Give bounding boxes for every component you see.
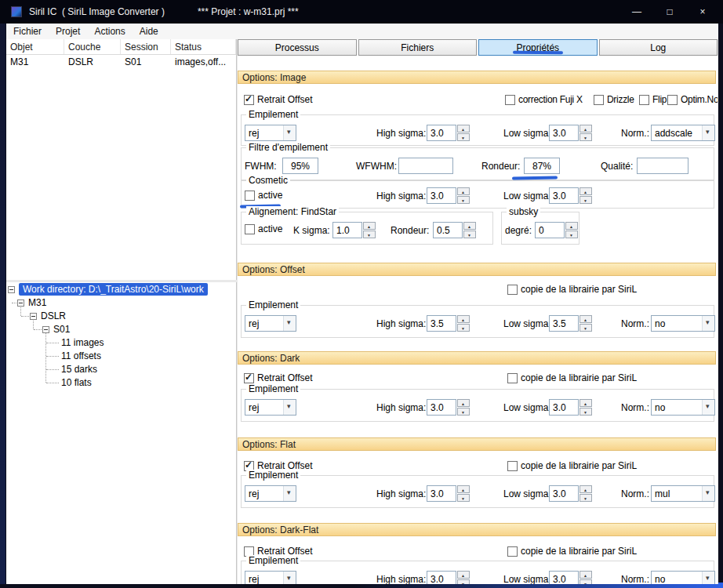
spinner-up-button[interactable]	[579, 125, 592, 132]
copie-librairie-checkbox[interactable]: copie de la librairie par SiriL	[507, 372, 637, 383]
spinner-down-button[interactable]	[457, 494, 470, 502]
tree-item-object[interactable]: M31	[17, 296, 46, 309]
align-active-checkbox[interactable]: active	[245, 223, 282, 234]
tree-item-darks[interactable]: 15 darks	[61, 363, 97, 376]
spinner-down-button[interactable]	[579, 408, 592, 416]
stack-method-select[interactable]: rej	[245, 485, 296, 502]
collapse-icon[interactable]	[42, 326, 49, 333]
spinner-up-button[interactable]	[463, 222, 476, 230]
col-objet[interactable]: Objet	[6, 39, 64, 54]
collapse-icon[interactable]	[17, 299, 24, 307]
low-sigma-spinner[interactable]: 3.5	[549, 315, 592, 332]
low-sigma-spinner[interactable]: 3.0	[549, 571, 592, 584]
rondeur-input[interactable]: 87%	[524, 158, 560, 174]
spinner-down-button[interactable]	[565, 230, 578, 238]
tree-item-images[interactable]: 11 images	[61, 336, 104, 349]
menu-projet[interactable]: Projet	[49, 26, 87, 37]
spinner-down-button[interactable]	[457, 324, 470, 332]
close-button[interactable]: ×	[686, 0, 719, 24]
minimize-button[interactable]: —	[620, 0, 653, 24]
spinner-down-button[interactable]	[457, 133, 470, 141]
norm-select[interactable]: no	[651, 315, 715, 332]
maximize-button[interactable]: □	[653, 0, 686, 24]
menu-fichier[interactable]: Fichier	[6, 26, 49, 37]
spinner-up-button[interactable]	[457, 399, 470, 407]
spinner-up-button[interactable]	[363, 222, 376, 230]
norm-select[interactable]: mul	[651, 485, 715, 502]
spinner-up-button[interactable]	[457, 571, 470, 579]
low-sigma-spinner[interactable]: 3.0	[549, 187, 592, 204]
spinner-up-button[interactable]	[457, 315, 470, 323]
spinner-down-button[interactable]	[463, 230, 476, 238]
stack-method-select[interactable]: rej	[245, 399, 296, 416]
spinner-up-button[interactable]	[579, 399, 592, 407]
norm-select[interactable]: no	[651, 571, 715, 584]
high-sigma-spinner[interactable]: 3.0	[427, 571, 470, 584]
copie-librairie-checkbox[interactable]: copie de la librairie par SiriL	[507, 460, 637, 471]
col-status[interactable]: Status	[171, 39, 236, 54]
spinner-down-button[interactable]	[579, 324, 592, 332]
menu-aide[interactable]: Aide	[133, 26, 165, 37]
spinner-up-button[interactable]	[579, 571, 592, 579]
retrait-offset-checkbox[interactable]: Retrait Offset	[244, 372, 312, 383]
tab-fichiers[interactable]: Fichiers	[358, 39, 478, 56]
spinner-up-button[interactable]	[457, 125, 470, 132]
k-sigma-spinner[interactable]: 1.0	[332, 222, 376, 238]
spinner-down-button[interactable]	[579, 133, 592, 141]
high-sigma-spinner[interactable]: 3.0	[427, 399, 470, 416]
correction-fuji-checkbox[interactable]: correction Fuji X	[505, 94, 583, 105]
spinner-up-button[interactable]	[457, 187, 470, 195]
col-couche[interactable]: Couche	[64, 39, 121, 54]
stack-method-select[interactable]: rej	[245, 125, 296, 141]
spinner-down-button[interactable]	[579, 196, 592, 204]
spinner-up-button[interactable]	[457, 485, 470, 493]
spinner-down-button[interactable]	[457, 579, 470, 584]
drizzle-checkbox[interactable]: Drizzle	[594, 94, 634, 105]
spinner-up-button[interactable]	[579, 315, 592, 323]
tree-item-workdir[interactable]: Work directory: D:\_TraitAstro\20-SiriL\…	[8, 283, 208, 296]
spinner-down-button[interactable]	[579, 579, 592, 584]
tab-processus[interactable]: Processus	[238, 39, 357, 56]
flip-checkbox[interactable]: Flip	[639, 94, 667, 105]
stack-method-select[interactable]: rej	[245, 571, 296, 584]
col-session[interactable]: Session	[121, 39, 171, 54]
menu-actions[interactable]: Actions	[87, 26, 132, 37]
copie-librairie-checkbox[interactable]: copie de la librairie par SiriL	[507, 284, 637, 295]
norm-select[interactable]: no	[651, 399, 715, 416]
high-sigma-spinner[interactable]: 3.5	[427, 315, 470, 332]
tree-item-flats[interactable]: 10 flats	[61, 376, 92, 389]
low-sigma-spinner[interactable]: 3.0	[549, 399, 592, 416]
tree-item-couche[interactable]: DSLR	[30, 310, 66, 322]
table-row[interactable]: M31 DSLR S01 images,off...	[6, 55, 236, 69]
spinner-up-button[interactable]	[565, 222, 578, 230]
retrait-offset-checkbox[interactable]: Retrait Offset	[244, 94, 312, 105]
low-sigma-label: Low sigma:	[503, 191, 551, 201]
high-sigma-spinner[interactable]: 3.0	[427, 125, 470, 141]
spinner-down-button[interactable]	[363, 230, 376, 238]
spinner-up-button[interactable]	[579, 485, 592, 493]
high-sigma-spinner[interactable]: 3.0	[427, 485, 470, 502]
fwhm-input[interactable]: 95%	[282, 158, 318, 174]
low-sigma-spinner[interactable]: 3.0	[549, 125, 592, 141]
optim-noir-checkbox[interactable]: Optim.Noir	[667, 94, 718, 105]
tree-item-session[interactable]: S01	[42, 323, 70, 336]
tab-proprietes[interactable]: Propriétés	[478, 39, 598, 56]
degre-spinner[interactable]: 0	[535, 222, 578, 238]
collapse-icon[interactable]	[30, 313, 37, 320]
spinner-up-button[interactable]	[579, 187, 592, 195]
spinner-down-button[interactable]	[457, 408, 470, 416]
low-sigma-spinner[interactable]: 3.0	[549, 485, 592, 502]
stack-method-select[interactable]: rej	[245, 315, 296, 332]
wfwhm-input[interactable]	[398, 158, 453, 174]
tab-log[interactable]: Log	[599, 39, 718, 56]
high-sigma-spinner[interactable]: 3.0	[427, 187, 470, 204]
spinner-down-button[interactable]	[579, 494, 592, 502]
spinner-down-button[interactable]	[457, 196, 470, 204]
collapse-icon[interactable]	[8, 286, 15, 293]
rondeur-spinner[interactable]: 0.5	[433, 222, 476, 238]
qualite-input[interactable]	[637, 158, 688, 174]
copie-librairie-checkbox[interactable]: copie de la librairie par SiriL	[507, 546, 637, 557]
cosmetic-active-checkbox[interactable]: active	[245, 190, 282, 201]
tree-item-offsets[interactable]: 11 offsets	[61, 350, 101, 362]
norm-select[interactable]: addscale	[651, 125, 715, 141]
